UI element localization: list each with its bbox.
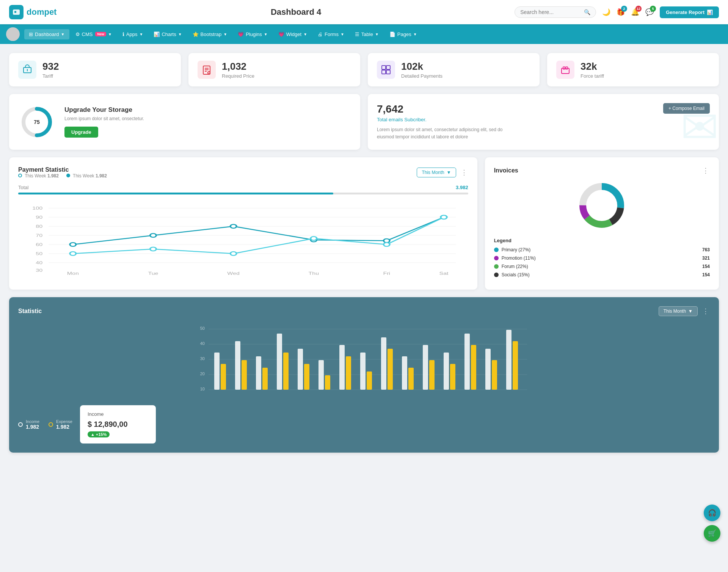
legend-item-1: This Week 1.982 (18, 173, 59, 179)
legend-value-1: 1.982 (47, 173, 59, 179)
svg-point-47 (384, 239, 390, 243)
svg-text:Sat: Sat (439, 271, 448, 276)
chevron-down-icon-bootstrap: ▼ (223, 32, 227, 36)
svg-rect-84 (360, 353, 366, 390)
svg-rect-98 (506, 330, 511, 390)
svg-rect-74 (256, 356, 261, 390)
svg-rect-77 (283, 353, 289, 390)
legend-item-primary: Primary (27%) 763 (494, 247, 710, 252)
this-month-filter-button[interactable]: This Month ▼ (417, 168, 456, 177)
email-info: 7,642 Total emails Subcriber. Lorem ipsu… (377, 103, 521, 141)
invoices-more-icon[interactable]: ⋮ (702, 166, 710, 175)
nav-item-cms[interactable]: ⚙ CMS New ▼ (71, 29, 116, 39)
generate-btn-label: Generate Report (666, 9, 704, 15)
search-icon[interactable]: 🔍 (584, 9, 590, 15)
svg-rect-73 (242, 360, 247, 390)
bell-icon[interactable]: 🔔 12 (631, 8, 639, 16)
tariff-icon (18, 61, 36, 79)
legend-color-primary (494, 248, 499, 252)
cms-badge: New (95, 32, 106, 36)
svg-text:80: 80 (36, 224, 42, 229)
legend-label-socials: Socials (15%) (502, 272, 530, 277)
filter-label: This Month (422, 170, 444, 175)
legend-item-forum: Forum (22%) 154 (494, 264, 710, 269)
statistic-month-filter-button[interactable]: This Month ▼ (659, 306, 698, 316)
nav-item-apps[interactable]: ℹ Apps ▼ (118, 29, 148, 39)
stat-card-detailed-payments: 102k Detailed Payments (368, 53, 540, 86)
gift-icon[interactable]: 🎁 2 (617, 8, 625, 16)
moon-icon[interactable]: 🌙 (602, 8, 610, 16)
svg-point-51 (231, 252, 237, 255)
svg-rect-87 (388, 349, 393, 390)
legend-count-promotion: 321 (702, 255, 710, 261)
nav-item-charts[interactable]: 📊 Charts ▼ (149, 29, 186, 39)
row2-grid: 75 Upgrade Your Storage Lorem ipsum dolo… (9, 94, 719, 150)
generate-report-button[interactable]: Generate Report 📊 (660, 6, 719, 18)
svg-rect-97 (492, 360, 497, 390)
svg-rect-80 (318, 360, 324, 390)
svg-rect-76 (277, 334, 282, 390)
svg-text:90: 90 (36, 215, 42, 219)
legend-label-promotion: Promotion (11%) (502, 255, 536, 261)
chevron-down-icon-charts: ▼ (178, 32, 182, 36)
nav-item-forms[interactable]: 🖨 Forms ▼ (313, 29, 349, 39)
svg-rect-83 (346, 356, 351, 390)
invoices-legend-list: Primary (27%) 763 Promotion (11%) 321 Fo… (494, 247, 710, 277)
nav-item-dashboard[interactable]: ⊞ Dashboard ▼ (24, 29, 69, 39)
storage-title: Upgrade Your Storage (64, 106, 144, 114)
svg-text:20: 20 (200, 371, 205, 376)
nav-item-bootstrap[interactable]: ⭐ Bootstrap ▼ (188, 29, 232, 39)
income-change-badge: ▲ +15% (88, 431, 110, 437)
legend-color-forum (494, 264, 499, 269)
tariff-number: 932 (42, 61, 59, 72)
nav-label-table: Table (361, 31, 373, 37)
upgrade-button[interactable]: Upgrade (64, 127, 98, 138)
logo-text: dompet (27, 7, 56, 17)
svg-rect-15 (382, 70, 386, 74)
row3-grid: Payment Statistic This Week 1.982 This W… (9, 157, 719, 290)
svg-rect-92 (444, 353, 449, 390)
legend-label-2: This Week (73, 173, 94, 179)
nav-item-widget[interactable]: 💗 Widget ▼ (274, 29, 312, 39)
required-price-number: 1,032 (222, 61, 254, 72)
chat-badge: 5 (650, 6, 656, 12)
payment-legend: This Week 1.982 This Week 1.982 (18, 173, 107, 179)
email-card-top: 7,642 Total emails Subcriber. Lorem ipsu… (377, 103, 710, 141)
nav-label-widget: Widget (286, 31, 301, 37)
statistic-title: Statistic (18, 308, 42, 315)
svg-rect-82 (339, 345, 345, 390)
force-tariff-icon (556, 61, 574, 79)
plugins-icon: 💗 (238, 31, 244, 37)
nav-item-pages[interactable]: 📄 Pages ▼ (385, 29, 422, 39)
nav-label-charts: Charts (162, 31, 176, 37)
gift-badge: 2 (621, 6, 627, 12)
svg-text:Wed: Wed (227, 271, 240, 276)
nav-item-plugins[interactable]: 💗 Plugins ▼ (233, 29, 272, 39)
app-title: Dashboard 4 (77, 7, 515, 17)
legend-color-socials (494, 273, 499, 277)
storage-donut: 75 (20, 105, 54, 139)
widget-icon: 💗 (278, 31, 284, 37)
chevron-down-icon-pages: ▼ (413, 32, 417, 36)
chevron-down-icon: ▼ (61, 32, 65, 36)
svg-rect-86 (381, 337, 386, 390)
svg-rect-96 (485, 349, 491, 390)
svg-rect-14 (386, 66, 390, 69)
chevron-down-icon-cms: ▼ (108, 32, 112, 36)
more-options-icon[interactable]: ⋮ (461, 168, 468, 177)
invoices-legend-title: Legend (494, 238, 710, 243)
nav-item-table[interactable]: ☰ Table ▼ (350, 29, 383, 39)
svg-rect-70 (214, 353, 220, 390)
payment-chart-header: Payment Statistic This Week 1.982 This W… (18, 166, 468, 179)
detailed-payments-info: 102k Detailed Payments (401, 61, 442, 79)
statistic-more-icon[interactable]: ⋮ (702, 307, 710, 315)
svg-rect-89 (408, 368, 414, 390)
tariff-label: Tariff (42, 73, 59, 79)
svg-point-45 (231, 224, 237, 228)
svg-rect-93 (450, 364, 455, 390)
search-input[interactable] (520, 9, 581, 15)
search-box[interactable]: 🔍 (515, 6, 596, 18)
invoices-donut-chart (494, 181, 710, 230)
required-price-label: Required Price (222, 73, 254, 79)
chat-icon[interactable]: 💬 5 (645, 8, 654, 16)
